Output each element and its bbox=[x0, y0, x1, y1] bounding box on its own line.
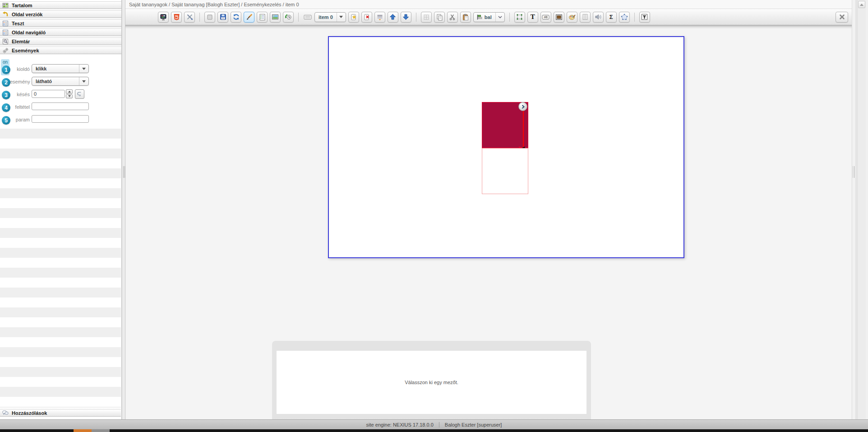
reorder-button[interactable] bbox=[374, 12, 385, 23]
app: { "breadcrumb": { "path": "Saját tananya… bbox=[0, 0, 868, 432]
scroll-up-button[interactable] bbox=[858, 1, 865, 8]
page-add-star-icon bbox=[350, 14, 357, 21]
sidebar-panel-oldal-navigalo[interactable]: Oldal navigáló bbox=[0, 28, 121, 36]
delete-item-button[interactable] bbox=[361, 12, 372, 23]
page-canvas[interactable]: 1 bbox=[328, 36, 684, 258]
panel-label: Tartalom bbox=[12, 3, 32, 8]
toolbar-separator bbox=[509, 13, 510, 22]
cut-button[interactable] bbox=[447, 12, 458, 23]
splitter-grip bbox=[853, 166, 855, 178]
item-dropdown[interactable]: item 0 bbox=[314, 12, 346, 22]
copy-button[interactable] bbox=[434, 12, 445, 23]
esemeny-select[interactable]: látható bbox=[32, 77, 89, 86]
speaker-icon bbox=[595, 14, 602, 20]
field-inspector-body: Válasszon ki egy mezőt. bbox=[277, 351, 586, 414]
event-field-empty[interactable] bbox=[482, 148, 528, 194]
chevron-down-icon bbox=[337, 13, 346, 22]
refresh-button[interactable] bbox=[231, 12, 241, 23]
field-list-icon bbox=[304, 14, 312, 20]
align-dropdown[interactable]: bal bbox=[473, 12, 505, 22]
html5-source-button[interactable] bbox=[171, 12, 182, 23]
gallery-button[interactable] bbox=[270, 12, 281, 23]
kioldo-select[interactable]: klikk bbox=[32, 64, 89, 73]
param-label: param bbox=[10, 117, 30, 122]
field-list-button[interactable] bbox=[303, 13, 312, 21]
taskbar-edge bbox=[0, 429, 868, 432]
sidebar-panel-oldal-verziok[interactable]: Oldal verziók bbox=[0, 10, 121, 18]
sidebar-panel-teszt[interactable]: Teszt bbox=[0, 19, 121, 27]
engine-version-text: site engine: NEXIUS 17.18.0.0 bbox=[366, 422, 434, 427]
page-delete-icon bbox=[363, 14, 370, 21]
keses-input[interactable] bbox=[32, 90, 65, 98]
content-grid-icon bbox=[2, 2, 9, 9]
audio-tool-button[interactable] bbox=[593, 12, 604, 23]
history-button[interactable] bbox=[283, 12, 294, 23]
esemeny-label: esemény bbox=[10, 79, 30, 84]
presentation-screen-icon bbox=[160, 14, 167, 21]
save-button[interactable] bbox=[217, 12, 228, 23]
paint-tool-button[interactable] bbox=[567, 12, 577, 23]
paint-mode-button[interactable] bbox=[244, 12, 254, 23]
esemeny-select-value: látható bbox=[32, 79, 79, 84]
refresh-icon bbox=[233, 14, 240, 20]
reorder-icon bbox=[376, 14, 383, 21]
align-dropdown-value: bal bbox=[483, 14, 495, 20]
arrow-down-icon bbox=[402, 14, 409, 20]
video-tool-button[interactable] bbox=[580, 12, 591, 23]
settings-tools-button[interactable] bbox=[184, 12, 195, 23]
layout-grid-button[interactable] bbox=[421, 12, 432, 23]
palette-icon bbox=[568, 14, 576, 20]
keses-reset-button[interactable] bbox=[75, 89, 84, 99]
right-splitter[interactable] bbox=[852, 0, 856, 419]
sidebar-panel-hozzaszolasok[interactable]: Hozzászólások bbox=[0, 409, 121, 417]
sidebar-panel-elemtar[interactable]: Elemtár bbox=[0, 37, 121, 45]
move-down-button[interactable] bbox=[401, 12, 411, 23]
triangle-up-icon bbox=[860, 4, 863, 6]
select-transform-button[interactable] bbox=[514, 12, 525, 23]
step-badge-4: 4 bbox=[2, 103, 10, 112]
properties-button[interactable] bbox=[257, 12, 268, 23]
image-icon bbox=[272, 14, 279, 20]
move-up-button[interactable] bbox=[388, 12, 398, 23]
shape-tool-button[interactable] bbox=[619, 12, 630, 23]
feltetel-label: feltétel bbox=[10, 104, 30, 110]
blank-square-icon bbox=[207, 14, 213, 20]
element-library-icon bbox=[2, 38, 9, 45]
events-gears-icon bbox=[2, 47, 9, 54]
image-field-tool-button[interactable] bbox=[554, 12, 564, 23]
event-play-badge[interactable] bbox=[518, 102, 527, 111]
toolbar-separator bbox=[199, 13, 200, 22]
chevron-right-icon bbox=[521, 105, 525, 109]
tools-icon bbox=[186, 14, 193, 20]
spinner-up-button[interactable] bbox=[66, 89, 73, 94]
blank-button[interactable] bbox=[204, 12, 215, 23]
input-field-tool-button[interactable]: ab bbox=[540, 12, 551, 23]
param-input[interactable] bbox=[32, 115, 89, 123]
preview-button[interactable] bbox=[158, 12, 169, 23]
add-item-button[interactable] bbox=[348, 12, 359, 23]
text-tool-button[interactable]: T bbox=[527, 12, 538, 23]
framed-image-icon bbox=[555, 14, 563, 20]
taskbar-segment-gray bbox=[92, 429, 110, 432]
paste-button[interactable] bbox=[460, 12, 471, 23]
splitter-grip bbox=[123, 166, 125, 178]
step-badge-2: 2 bbox=[2, 78, 10, 87]
curved-arrow-icon bbox=[77, 91, 83, 97]
filter-box-icon bbox=[641, 14, 648, 20]
sidebar-panel-esemenyek[interactable]: Események bbox=[0, 46, 121, 54]
formula-tool-button[interactable]: Σ bbox=[606, 12, 617, 23]
panel-label: Oldal verziók bbox=[12, 12, 42, 17]
toolbar-separator bbox=[416, 13, 416, 22]
vertical-scrollbar[interactable] bbox=[857, 0, 866, 429]
taskbar-segment-orange bbox=[74, 429, 92, 432]
sidebar-splitter[interactable] bbox=[122, 0, 125, 419]
scissors-icon bbox=[449, 14, 456, 20]
align-flag-icon bbox=[474, 14, 483, 20]
sidebar-panel-tartalom[interactable]: Tartalom bbox=[0, 1, 121, 9]
feltetel-input[interactable] bbox=[32, 102, 89, 110]
close-button[interactable] bbox=[836, 12, 848, 23]
filter-tool-button[interactable] bbox=[639, 12, 650, 23]
spinner-down-button[interactable] bbox=[66, 94, 73, 99]
page-navigator-icon bbox=[2, 29, 9, 36]
arrow-up-icon bbox=[389, 14, 396, 20]
